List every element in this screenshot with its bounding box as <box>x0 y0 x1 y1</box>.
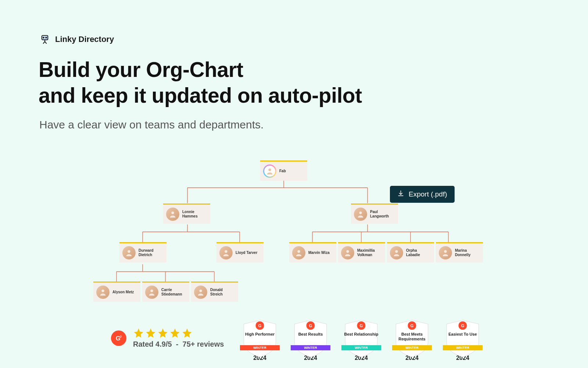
badge-shield-icon: G Best Results WINTER <box>291 319 330 358</box>
badge-title: Best Meets Requirements <box>394 332 430 341</box>
rating-text: Rated 4.9/5 - 75+ reviews <box>133 340 224 348</box>
svg-text:G: G <box>360 323 363 328</box>
badges: G High Performer WINTER 2024 G Best Resu… <box>241 319 482 361</box>
badge-shield-icon: G Best Relationship WINTER <box>342 319 380 358</box>
org-node[interactable]: Paul Langworth <box>351 204 398 224</box>
org-node-name: Carrie Stiedemann <box>161 288 186 297</box>
org-node[interactable]: Orpha Labadie <box>387 242 434 262</box>
badge-title: High Performer <box>241 332 278 337</box>
org-node[interactable]: Lonnie Hammes <box>163 204 210 224</box>
badge-banner: WINTER <box>392 345 432 350</box>
svg-point-29 <box>225 250 227 253</box>
g2-badge: G Best Results WINTER 2024 <box>291 319 330 361</box>
download-icon <box>397 190 404 199</box>
svg-text:G: G <box>410 323 414 328</box>
badge-title: Easiest To Use <box>444 332 481 337</box>
org-node-name: Alyson Metz <box>112 290 137 295</box>
badge-title: Best Results <box>292 332 329 337</box>
star-icon <box>145 328 156 339</box>
org-node[interactable]: Durward Dietrich <box>119 242 166 262</box>
svg-point-26 <box>171 212 174 214</box>
ratings: G2 Rated 4.9/5 - 75+ reviews <box>111 328 224 348</box>
svg-point-35 <box>150 290 153 292</box>
badge-shield-icon: G High Performer WINTER <box>241 319 279 358</box>
avatar <box>390 246 403 259</box>
star-icon <box>133 328 144 339</box>
avatar <box>354 208 367 221</box>
badge-banner: WINTER <box>443 345 483 350</box>
badge-banner: WINTER <box>341 345 381 350</box>
org-node[interactable]: Alyson Metz <box>93 282 140 302</box>
svg-point-33 <box>444 250 447 253</box>
badge-banner: WINTER <box>240 345 280 350</box>
badge-title: Best Relationship <box>343 332 380 337</box>
org-node[interactable]: Marvin Wiza <box>289 242 336 262</box>
org-node[interactable]: Marina Donnelly <box>436 242 483 262</box>
svg-point-36 <box>199 290 202 292</box>
badge-shield-icon: G Easiest To Use WINTER <box>444 319 482 358</box>
svg-point-27 <box>359 212 362 214</box>
org-node-name: Orpha Labadie <box>406 248 431 258</box>
star-icon <box>169 328 180 339</box>
org-node-name: Durward Dietrich <box>139 248 164 258</box>
svg-text:G: G <box>309 323 312 328</box>
org-node-root[interactable]: Fab <box>260 160 307 181</box>
svg-point-31 <box>346 250 349 253</box>
avatar <box>166 208 179 221</box>
avatar <box>145 286 158 299</box>
g2-badge: G Best Meets Requirements WINTER 2024 <box>393 319 431 361</box>
rating-reviews: 75+ reviews <box>183 340 224 348</box>
avatar <box>219 246 233 259</box>
org-node-name: Marina Donnelly <box>455 248 480 258</box>
org-node-name: Donald Streich <box>210 288 235 297</box>
g2-badge: G Best Relationship WINTER 2024 <box>342 319 380 361</box>
svg-point-25 <box>268 169 271 171</box>
avatar <box>341 246 354 259</box>
svg-point-34 <box>101 290 104 292</box>
svg-point-28 <box>128 250 130 253</box>
org-node-name: Marvin Wiza <box>308 251 333 255</box>
badge-banner: WINTER <box>291 345 330 350</box>
g2-badge: G High Performer WINTER 2024 <box>241 319 279 361</box>
avatar <box>263 164 276 178</box>
org-node-name: Paul Langworth <box>370 210 395 219</box>
stars <box>133 328 224 339</box>
badge-shield-icon: G Best Meets Requirements WINTER <box>393 319 431 358</box>
avatar <box>292 246 305 259</box>
org-node[interactable]: Carrie Stiedemann <box>142 282 189 302</box>
org-node-name: Lloyd Tarver <box>236 251 261 255</box>
org-chart: Fab Lonnie Hammes Paul Langworth Durward… <box>0 0 588 368</box>
rating-score: Rated 4.9/5 <box>133 340 172 348</box>
org-node-name: Fab <box>279 169 304 174</box>
avatar <box>122 246 136 259</box>
export-button[interactable]: Export (.pdf) <box>390 186 455 203</box>
rating-sep: - <box>176 340 179 348</box>
avatar <box>439 246 452 259</box>
org-node-name: Maximillia Volkman <box>357 248 382 258</box>
g2-logo-icon: G2 <box>111 330 126 346</box>
svg-text:G: G <box>258 323 262 328</box>
svg-text:2: 2 <box>120 335 122 339</box>
avatar <box>96 286 110 299</box>
org-node-name: Lonnie Hammes <box>182 210 207 219</box>
star-icon <box>182 328 193 339</box>
svg-point-30 <box>297 250 300 253</box>
g2-badge: G Easiest To Use WINTER 2024 <box>444 319 482 361</box>
org-node[interactable]: Lloyd Tarver <box>216 242 263 262</box>
org-node[interactable]: Maximillia Volkman <box>338 242 385 262</box>
svg-text:G: G <box>461 323 465 328</box>
svg-point-32 <box>395 250 398 253</box>
star-icon <box>157 328 168 339</box>
export-button-label: Export (.pdf) <box>409 190 447 198</box>
org-node[interactable]: Donald Streich <box>191 282 238 302</box>
avatar <box>194 286 207 299</box>
